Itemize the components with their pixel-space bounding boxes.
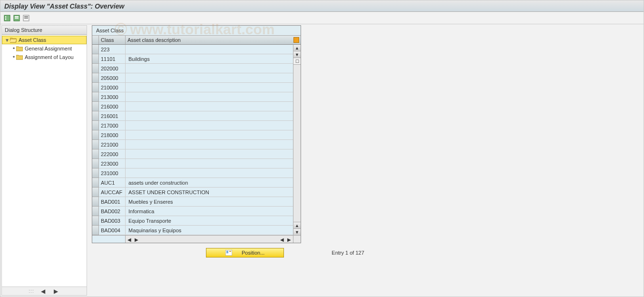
column-config-icon[interactable] [293,37,299,43]
cell-class[interactable]: BAD002 [99,207,126,216]
row-selector[interactable] [92,159,99,168]
row-selector[interactable] [92,188,99,197]
tree-item-asset-class[interactable]: ▼ Asset Class [2,36,87,44]
position-button[interactable]: Position... [206,248,284,257]
scroll-right-button[interactable]: ▶ [52,288,60,295]
row-selector[interactable] [92,83,99,92]
cell-description[interactable]: ASSET UNDER CONSTRUCTION [126,188,293,197]
row-selector[interactable] [92,149,99,159]
cell-class[interactable]: 223000 [99,159,126,168]
row-selector[interactable] [92,168,99,178]
row-selector[interactable] [92,73,99,83]
cell-class[interactable]: 223 [99,45,126,54]
cell-class[interactable]: 205000 [99,73,126,82]
cell-description[interactable]: Equipo Transporte [126,216,293,225]
row-selector[interactable] [92,64,99,73]
cell-description[interactable]: Buildings [126,54,293,63]
cell-description[interactable] [126,149,293,158]
table-row[interactable]: BAD001Muebles y Enseres [92,197,293,207]
cell-class[interactable]: 213000 [99,92,126,101]
scroll-down-button[interactable]: ▼ [293,228,301,235]
cell-description[interactable] [126,121,293,130]
row-selector-header[interactable] [92,36,99,44]
cell-description[interactable] [126,159,293,168]
cell-class[interactable]: 202000 [99,64,126,73]
cell-class[interactable]: AUC1 [99,178,126,187]
scroll-down-indicator[interactable]: ▼ [293,51,301,58]
cell-description[interactable] [126,92,293,101]
row-selector[interactable] [92,130,99,140]
cell-class[interactable]: 210000 [99,83,126,92]
cell-description[interactable]: assets under construction [126,178,293,187]
row-selector[interactable] [92,102,99,111]
cell-class[interactable]: BAD003 [99,216,126,225]
table-row[interactable]: 216001 [92,111,293,121]
tree-item-general-assignment[interactable]: • General Assignment [2,44,87,53]
cell-class[interactable]: AUCCAF [99,188,126,197]
cell-class[interactable]: 231000 [99,168,126,178]
row-selector[interactable] [92,216,99,226]
cell-description[interactable] [126,64,293,73]
scroll-up-button[interactable]: ▲ [293,45,301,51]
cell-class[interactable]: 216000 [99,102,126,111]
cell-description[interactable]: Informatica [126,207,293,216]
table-row[interactable]: 223000 [92,159,293,168]
hscroll-right-button[interactable]: ▶ [134,237,139,242]
table-row[interactable]: BAD003Equipo Transporte [92,216,293,226]
table-row[interactable]: 217000 [92,121,293,130]
scroll-left-button[interactable]: ◀ [39,288,47,295]
row-selector[interactable] [92,207,99,216]
row-selector[interactable] [92,140,99,149]
table-row[interactable]: 221000 [92,140,293,149]
table-row[interactable]: AUCCAFASSET UNDER CONSTRUCTION [92,188,293,197]
collapse-all-icon[interactable] [13,14,20,22]
table-row[interactable]: 210000 [92,83,293,92]
table-row[interactable]: BAD002Informatica [92,207,293,216]
cell-class[interactable]: 222000 [99,149,126,158]
cell-description[interactable] [126,111,293,120]
table-row[interactable]: 231000 [92,168,293,178]
cell-description[interactable]: Maquinarias y Equipos [126,226,293,235]
scrollbar-thumb[interactable]: ☐ [293,58,301,65]
row-selector[interactable] [92,45,99,54]
table-row[interactable]: 202000 [92,64,293,73]
table-row[interactable]: 205000 [92,73,293,83]
cell-description[interactable]: Muebles y Enseres [126,197,293,206]
hscroll-left-button[interactable]: ◀ [127,237,132,242]
expand-all-icon[interactable] [3,14,11,22]
row-selector[interactable] [92,54,99,64]
row-selector[interactable] [92,92,99,102]
cell-class[interactable]: 216001 [99,111,126,120]
cell-class[interactable]: BAD001 [99,197,126,206]
table-row[interactable]: AUC1assets under construction [92,178,293,188]
cell-class[interactable]: 217000 [99,121,126,130]
cell-description[interactable] [126,83,293,92]
row-selector[interactable] [92,226,99,235]
cell-class[interactable]: 221000 [99,140,126,149]
hscroll-left-end-button[interactable]: ◀ [279,237,285,242]
row-selector[interactable] [92,111,99,121]
cell-description[interactable] [126,45,293,54]
row-selector[interactable] [92,178,99,188]
hscroll-right-end-button[interactable]: ▶ [286,237,292,242]
cell-class[interactable]: 11101 [99,54,126,63]
tree-expander-icon[interactable]: ▼ [4,38,10,43]
cell-description[interactable] [126,73,293,82]
cell-description[interactable] [126,130,293,139]
row-selector[interactable] [92,197,99,207]
select-icon[interactable] [22,14,30,22]
column-header-class[interactable]: Class [99,36,126,44]
table-row[interactable]: 213000 [92,92,293,102]
table-row[interactable]: 11101Buildings [92,54,293,64]
scroll-up-indicator[interactable]: ▲ [293,222,301,228]
cell-description[interactable] [126,140,293,149]
cell-description[interactable] [126,168,293,178]
column-header-description[interactable]: Asset class description [126,36,292,44]
cell-description[interactable] [126,102,293,111]
table-row[interactable]: 218000 [92,130,293,140]
cell-class[interactable]: BAD004 [99,226,126,235]
table-row[interactable]: 222000 [92,149,293,159]
vertical-scrollbar[interactable]: ▲ ▼ ☐ ▲ ▼ [293,45,301,235]
table-row[interactable]: 216000 [92,102,293,111]
table-row[interactable]: 223 [92,45,293,54]
